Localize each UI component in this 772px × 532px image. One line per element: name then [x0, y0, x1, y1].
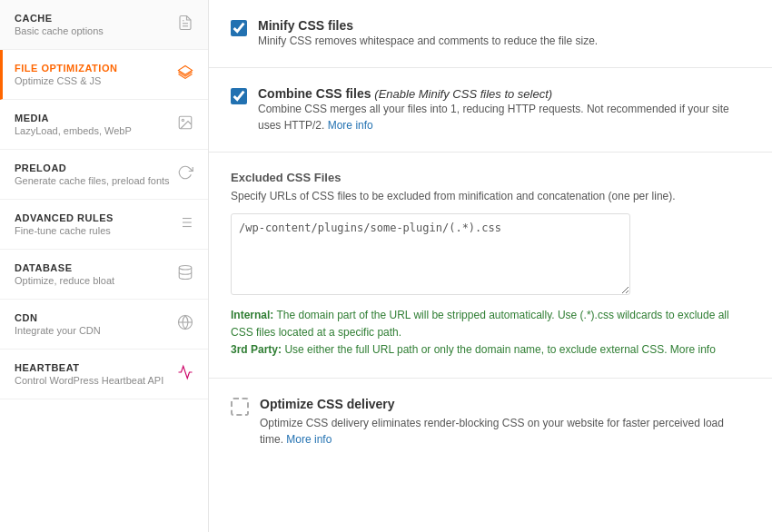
sidebar-item-heartbeat[interactable]: HEARTBEAT Control WordPress Heartbeat AP…: [0, 350, 208, 399]
sidebar-item-database[interactable]: DATABASE Optimize, reduce bloat: [0, 250, 208, 300]
list-icon: [177, 214, 193, 234]
globe-icon: [177, 314, 193, 334]
excluded-css-info: Internal: The domain part of the URL wil…: [231, 307, 750, 360]
combine-css-more-info-link[interactable]: More info: [328, 119, 373, 132]
excluded-css-title: Excluded CSS Files: [231, 171, 750, 184]
optimize-css-more-info-link[interactable]: More info: [286, 433, 332, 446]
main-content: Minify CSS files Minify CSS removes whit…: [209, 0, 772, 532]
database-icon: [177, 264, 193, 284]
excluded-css-textarea[interactable]: /wp-content/plugins/some-plugin/(.*).css: [231, 213, 630, 295]
minify-css-title[interactable]: Minify CSS files: [258, 18, 353, 33]
refresh-icon: [177, 164, 193, 184]
file-icon: [177, 15, 193, 34]
info-3rd-text: Use either the full URL path or only the…: [284, 343, 667, 356]
optimize-css-delivery-title: Optimize CSS delivery: [260, 397, 750, 411]
info-internal-label: Internal:: [231, 309, 273, 321]
sidebar-item-file-optimization[interactable]: FILE OPTIMIZATION Optimize CSS & JS: [0, 50, 208, 100]
sidebar-item-database-title: DATABASE: [15, 262, 114, 273]
combine-css-desc: Combine CSS merges all your files into 1…: [258, 101, 750, 133]
minify-css-checkbox[interactable]: [231, 20, 247, 36]
sidebar-item-heartbeat-subtitle: Control WordPress Heartbeat API: [15, 375, 163, 386]
heartbeat-icon: [177, 364, 193, 384]
sidebar-item-cdn-title: CDN: [15, 312, 101, 323]
sidebar: CACHE Basic cache options FILE OPTIMIZAT…: [0, 0, 209, 532]
sidebar-item-media-title: MEDIA: [15, 113, 132, 123]
optimize-css-dashed-checkbox[interactable]: [231, 398, 249, 416]
minify-css-desc: Minify CSS removes whitespace and commen…: [258, 33, 598, 49]
sidebar-item-preload-subtitle: Generate cache files, preload fonts: [15, 175, 170, 186]
sidebar-item-preload[interactable]: PRELOAD Generate cache files, preload fo…: [0, 150, 208, 200]
minify-css-section: Minify CSS files Minify CSS removes whit…: [209, 0, 772, 68]
sidebar-item-cache-subtitle: Basic cache options: [15, 25, 104, 36]
sidebar-item-database-subtitle: Optimize, reduce bloat: [15, 275, 114, 286]
minify-css-checkbox-wrapper[interactable]: [231, 20, 247, 39]
sidebar-item-file-optimization-subtitle: Optimize CSS & JS: [15, 75, 117, 86]
image-icon: [177, 114, 193, 134]
combine-css-section: Combine CSS files (Enable Minify CSS fil…: [209, 68, 772, 153]
sidebar-item-cache-title: CACHE: [15, 13, 104, 24]
excluded-css-section: Excluded CSS Files Specify URLs of CSS f…: [209, 153, 772, 379]
sidebar-item-preload-title: PRELOAD: [15, 163, 170, 173]
excluded-css-more-info-link[interactable]: More info: [670, 343, 716, 356]
info-3rd-label: 3rd Party:: [231, 343, 282, 356]
sidebar-item-file-optimization-title: FILE OPTIMIZATION: [15, 63, 117, 74]
combine-css-title[interactable]: Combine CSS files (Enable Minify CSS fil…: [258, 86, 552, 101]
sidebar-item-advanced-rules-title: ADVANCED RULES: [15, 212, 114, 223]
layers-icon: [177, 64, 193, 84]
sidebar-item-media-subtitle: LazyLoad, embeds, WebP: [15, 125, 132, 136]
optimize-css-section: Optimize CSS delivery Optimize CSS deliv…: [209, 379, 772, 466]
sidebar-item-heartbeat-title: HEARTBEAT: [15, 362, 163, 373]
combine-css-checkbox[interactable]: [231, 88, 247, 104]
sidebar-item-cdn[interactable]: CDN Integrate your CDN: [0, 300, 208, 350]
info-internal-text: The domain part of the URL will be strip…: [231, 309, 729, 339]
svg-point-12: [179, 266, 192, 271]
excluded-css-desc: Specify URLs of CSS files to be excluded…: [231, 188, 750, 204]
combine-css-checkbox-wrapper[interactable]: [231, 88, 247, 107]
sidebar-item-cache[interactable]: CACHE Basic cache options: [0, 0, 208, 50]
svg-point-5: [182, 119, 183, 121]
sidebar-item-advanced-rules[interactable]: ADVANCED RULES Fine-tune cache rules: [0, 200, 208, 250]
sidebar-item-cdn-subtitle: Integrate your CDN: [15, 325, 101, 336]
optimize-css-delivery-desc: Optimize CSS delivery eliminates render-…: [260, 415, 750, 448]
sidebar-item-media[interactable]: MEDIA LazyLoad, embeds, WebP: [0, 100, 208, 150]
sidebar-item-advanced-rules-subtitle: Fine-tune cache rules: [15, 225, 114, 236]
